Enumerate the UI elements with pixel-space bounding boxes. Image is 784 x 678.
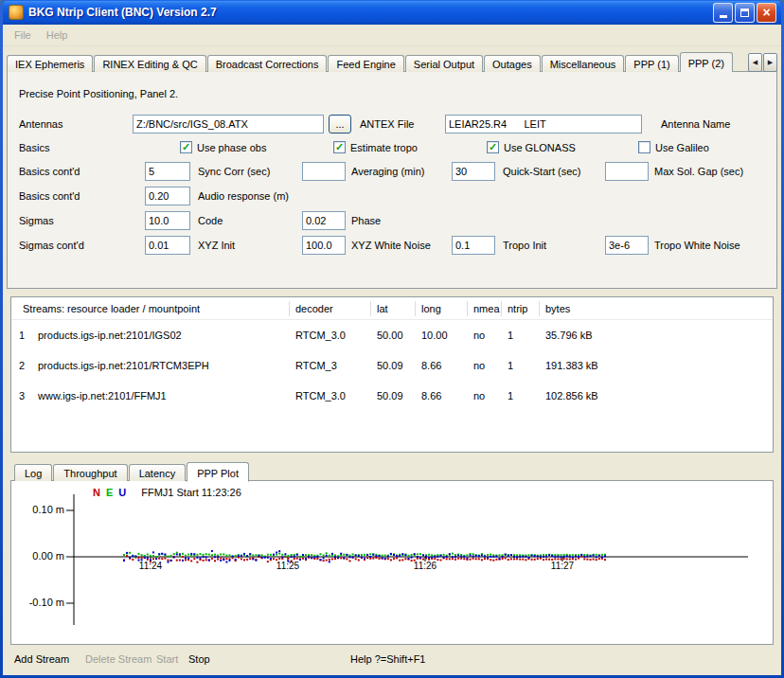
tab-broadcast-corrections[interactable]: Broadcast Corrections	[207, 55, 328, 72]
tropo-init-input[interactable]	[452, 236, 495, 255]
stop-button[interactable]: Stop	[188, 653, 210, 665]
title-bar[interactable]: BKG Ntrip Client (BNC) Version 2.7 ×	[3, 0, 781, 25]
decoder-cell: RTCM_3	[290, 360, 371, 371]
quick-start-label: Quick-Start (sec)	[503, 166, 581, 177]
maximize-button[interactable]	[735, 3, 755, 23]
legend-u: U	[118, 487, 126, 498]
tab-scroll-controls: ◀ ▶	[748, 53, 777, 72]
lat-cell: 50.09	[371, 390, 416, 401]
tab-rinex-editing-qc[interactable]: RINEX Editing & QC	[94, 55, 205, 72]
max-sol-gap-input[interactable]	[605, 162, 649, 181]
long-cell: 8.66	[416, 390, 468, 401]
tab-feed-engine[interactable]: Feed Engine	[328, 55, 403, 72]
ppp-plot-svg	[11, 481, 778, 644]
col-header-bytes[interactable]: bytes	[540, 301, 773, 316]
mountpoint-cell: products.igs-ip.net:2101/IGS02	[32, 330, 290, 341]
use-galileo-label: Use Galileo	[655, 142, 709, 153]
action-bar: Add Stream Delete Stream Start Stop Help…	[3, 645, 781, 675]
estimate-tropo-checkbox[interactable]: ✓ Estimate tropo	[333, 140, 418, 154]
menu-bar: File Help	[3, 25, 781, 46]
bytes-cell: 191.383 kB	[540, 360, 773, 371]
use-phase-obs-checkbox[interactable]: ✓ Use phase obs	[180, 140, 266, 154]
max-sol-gap-label: Max Sol. Gap (sec)	[654, 166, 743, 177]
start-button[interactable]: Start	[156, 653, 178, 665]
phase-sigma-label: Phase	[351, 215, 381, 226]
antex-file-label: ANTEX File	[360, 118, 414, 130]
code-sigma-input[interactable]	[145, 211, 190, 230]
audio-response-label: Audio response (m)	[198, 190, 289, 202]
xyz-white-noise-input[interactable]	[302, 236, 346, 255]
stream-row[interactable]: 1 products.igs-ip.net:2101/IGS02 RTCM_3.…	[11, 320, 773, 350]
ntrip-cell: 1	[502, 330, 540, 341]
quick-start-input[interactable]	[452, 162, 495, 181]
tab-scroll-right-button[interactable]: ▶	[763, 53, 777, 72]
y-tick-label-top: 0.10 m	[17, 504, 64, 515]
use-galileo-checkbox[interactable]: Use Galileo	[638, 140, 709, 154]
close-button[interactable]: ×	[757, 3, 776, 23]
averaging-input[interactable]	[302, 162, 346, 181]
minimize-button[interactable]	[713, 3, 733, 23]
audio-response-input[interactable]	[145, 187, 190, 205]
close-icon: ×	[762, 6, 770, 19]
col-header-ntrip[interactable]: ntrip	[502, 301, 540, 316]
x-tick-label-1127: 11:27	[542, 561, 583, 571]
panel-heading: Precise Point Positioning, Panel 2.	[19, 88, 178, 99]
col-header-long[interactable]: long	[416, 301, 468, 316]
streams-table: Streams: resource loader / mountpoint de…	[10, 296, 774, 453]
view-tab-throughput[interactable]: Throughput	[53, 464, 127, 481]
view-tab-latency[interactable]: Latency	[129, 464, 187, 481]
menu-help[interactable]: Help	[39, 27, 76, 44]
tab-rinex-ephemeris[interactable]: IEX Ephemeris	[7, 55, 93, 72]
view-tab-log[interactable]: Log	[14, 464, 52, 481]
stream-row[interactable]: 2 products.igs-ip.net:2101/RTCM3EPH RTCM…	[11, 350, 773, 381]
phase-sigma-input[interactable]	[302, 211, 346, 230]
nmea-cell: no	[468, 330, 502, 341]
antex-file-input[interactable]	[445, 115, 642, 134]
stream-row[interactable]: 3 www.igs-ip.net:2101/FFMJ1 RTCM_3.0 50.…	[11, 381, 773, 411]
sync-corr-input[interactable]	[145, 162, 190, 181]
app-icon	[9, 5, 24, 20]
tab-ppp-2[interactable]: PPP (2)	[680, 52, 733, 72]
code-sigma-label: Code	[198, 215, 223, 226]
delete-stream-button[interactable]: Delete Stream	[85, 653, 151, 665]
tab-outages[interactable]: Outages	[484, 55, 541, 72]
row-number: 2	[11, 360, 32, 371]
use-phase-obs-label: Use phase obs	[197, 142, 266, 153]
checkbox-icon: ✓	[180, 141, 192, 153]
view-tab-ppp-plot[interactable]: PPP Plot	[187, 462, 249, 482]
col-header-nmea[interactable]: nmea	[468, 301, 502, 316]
nmea-cell: no	[468, 390, 502, 401]
bytes-cell: 102.856 kB	[540, 390, 773, 401]
add-stream-button[interactable]: Add Stream	[14, 653, 69, 665]
mountpoint-cell: www.igs-ip.net:2101/FFMJ1	[32, 390, 290, 401]
antennas-label: Antennas	[19, 118, 62, 130]
decoder-cell: RTCM_3.0	[290, 390, 371, 401]
basics-label: Basics	[19, 142, 49, 153]
col-header-decoder[interactable]: decoder	[290, 301, 371, 316]
x-tick-label-1125: 11:25	[267, 561, 309, 571]
y-tick-label-zero: 0.00 m	[17, 550, 64, 562]
checkmark-icon: ✓	[182, 142, 190, 152]
tab-miscellaneous[interactable]: Miscellaneous	[542, 55, 625, 72]
menu-file[interactable]: File	[7, 27, 39, 44]
tropo-white-noise-input[interactable]	[605, 236, 649, 255]
browse-button[interactable]: ...	[329, 115, 351, 134]
left-arrow-icon: ◀	[753, 59, 757, 66]
x-tick-label-1126: 11:26	[404, 561, 446, 571]
lat-cell: 50.00	[371, 330, 416, 341]
antennas-input[interactable]	[133, 115, 324, 134]
col-header-mountpoint[interactable]: Streams: resource loader / mountpoint	[11, 301, 290, 316]
col-header-lat[interactable]: lat	[371, 301, 416, 316]
long-cell: 8.66	[416, 360, 468, 371]
tab-ppp-1[interactable]: PPP (1)	[625, 55, 678, 72]
plot-annotation: FFMJ1 Start 11:23:26	[141, 487, 241, 498]
checkbox-icon	[638, 141, 650, 153]
tab-serial-output[interactable]: Serial Output	[405, 55, 483, 72]
sigmas-label: Sigmas	[19, 215, 54, 226]
xyz-white-noise-label: XYZ White Noise	[351, 240, 431, 251]
tab-scroll-left-button[interactable]: ◀	[748, 53, 762, 72]
use-glonass-checkbox[interactable]: ✓ Use GLONASS	[487, 140, 576, 154]
tab-strip: IEX Ephemeris RINEX Editing & QC Broadca…	[7, 52, 746, 72]
tropo-white-noise-label: Tropo White Noise	[654, 240, 740, 251]
xyz-init-input[interactable]	[145, 236, 190, 255]
